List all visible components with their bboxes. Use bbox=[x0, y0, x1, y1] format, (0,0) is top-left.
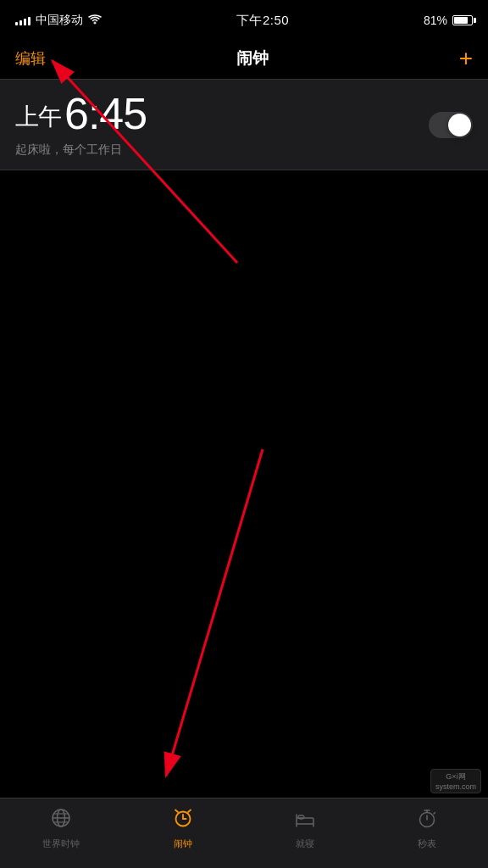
watermark: G×i网 system.com bbox=[430, 769, 481, 793]
svg-line-13 bbox=[188, 810, 191, 813]
bed-icon bbox=[294, 807, 316, 834]
alarm-icon bbox=[172, 807, 194, 834]
signal-bar-4 bbox=[28, 17, 30, 25]
svg-rect-15 bbox=[298, 815, 304, 819]
tab-bar: 世界时钟 闹钟 就寝 bbox=[0, 798, 488, 868]
carrier-label: 中国移动 bbox=[36, 13, 83, 28]
tab-world-clock[interactable]: 世界时钟 bbox=[36, 807, 86, 850]
tab-bedtime-label: 就寝 bbox=[296, 837, 314, 850]
tab-world-clock-label: 世界时钟 bbox=[42, 837, 80, 850]
tab-stopwatch[interactable]: 秒表 bbox=[402, 807, 452, 850]
page-title: 闹钟 bbox=[236, 47, 269, 70]
stopwatch-icon bbox=[416, 807, 438, 834]
signal-bar-1 bbox=[15, 22, 18, 25]
status-right: 81% bbox=[424, 14, 473, 27]
status-time: 下午2:50 bbox=[236, 13, 289, 29]
svg-line-23 bbox=[434, 813, 435, 815]
svg-line-3 bbox=[166, 449, 263, 776]
tab-stopwatch-label: 秒表 bbox=[418, 837, 436, 850]
wifi-icon bbox=[88, 14, 102, 27]
toggle-knob bbox=[448, 114, 471, 136]
tab-alarm-label: 闹钟 bbox=[174, 837, 192, 850]
alarm-list: 上午6:45 起床啦，每个工作日 bbox=[0, 80, 488, 170]
alarm-toggle[interactable] bbox=[429, 112, 473, 138]
alarm-label: 起床啦，每个工作日 bbox=[15, 142, 147, 158]
add-alarm-button[interactable]: + bbox=[459, 47, 473, 70]
svg-line-12 bbox=[175, 810, 178, 813]
status-left: 中国移动 bbox=[15, 13, 102, 28]
alarm-time: 上午6:45 bbox=[15, 92, 147, 136]
nav-bar: 编辑 闹钟 + bbox=[0, 37, 488, 80]
watermark-site: G×i网 bbox=[435, 771, 477, 782]
watermark-url: system.com bbox=[435, 782, 477, 791]
status-bar: 中国移动 下午2:50 81% bbox=[0, 0, 488, 37]
tab-alarm[interactable]: 闹钟 bbox=[158, 807, 208, 850]
alarm-period: 上午 bbox=[15, 103, 61, 130]
signal-bars bbox=[15, 15, 30, 25]
alarm-item[interactable]: 上午6:45 起床啦，每个工作日 bbox=[0, 80, 488, 170]
edit-button[interactable]: 编辑 bbox=[15, 48, 46, 69]
tab-bedtime[interactable]: 就寝 bbox=[280, 807, 330, 850]
alarm-info: 上午6:45 起床啦，每个工作日 bbox=[15, 92, 147, 158]
globe-icon bbox=[50, 807, 72, 834]
battery-icon bbox=[452, 15, 473, 25]
battery-percent: 81% bbox=[424, 14, 447, 27]
signal-bar-3 bbox=[24, 19, 26, 25]
signal-bar-2 bbox=[19, 20, 22, 25]
